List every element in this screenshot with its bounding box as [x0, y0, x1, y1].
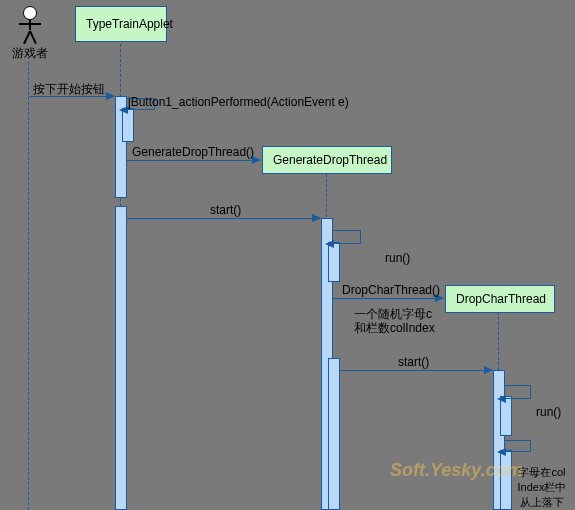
actor-head-icon — [23, 6, 37, 20]
msg-run1 — [333, 230, 361, 244]
bottom-note-l2: Index栏中 — [512, 480, 572, 495]
lifeline-dropcharthread: DropCharThread — [445, 285, 555, 313]
actor-player: 游戏者 — [10, 6, 50, 62]
actor-body-icon — [29, 20, 31, 30]
msg-start1-label: start() — [210, 203, 241, 217]
lifeline-typetrainapplet: TypeTrainApplet — [75, 6, 167, 42]
msg-start2 — [340, 370, 492, 371]
msg-run2-label: run() — [536, 405, 561, 419]
msg-generatedropthread-label: GenerateDropThread() — [132, 145, 254, 159]
msg-drop-bottom — [505, 440, 531, 452]
actor-label: 游戏者 — [10, 45, 50, 62]
actor-arms-icon — [19, 23, 41, 25]
activation-gen-self — [328, 242, 340, 282]
msg-dropcharthread — [333, 298, 443, 299]
actor-legs-icon — [20, 31, 40, 43]
msg-press-start-label: 按下开始按钮 — [33, 81, 105, 98]
activation-typetrain-2 — [115, 206, 127, 510]
msg-start1 — [127, 218, 320, 219]
lifeline-generatedropthread: GenerateDropThread — [262, 146, 392, 174]
bottom-note-l1: 字母在col — [512, 465, 572, 480]
msg-generatedropthread — [127, 160, 260, 161]
msg-actionperformed-label: jButton1_actionPerformed(ActionEvent e) — [128, 95, 349, 109]
msg-run2 — [505, 385, 531, 399]
msg-note1b: 和栏数colIndex — [354, 320, 435, 337]
watermark: Soft.Yesky.com — [390, 460, 523, 481]
bottom-note-l3: 从上落下 — [512, 495, 572, 510]
msg-dropcharthread-label: DropCharThread() — [342, 283, 440, 297]
lifeline-actor-dash — [28, 62, 29, 510]
msg-start2-label: start() — [398, 355, 429, 369]
bottom-note: 字母在col Index栏中 从上落下 — [512, 465, 572, 510]
activation-gen-2 — [328, 358, 340, 510]
msg-run1-label: run() — [385, 251, 410, 265]
